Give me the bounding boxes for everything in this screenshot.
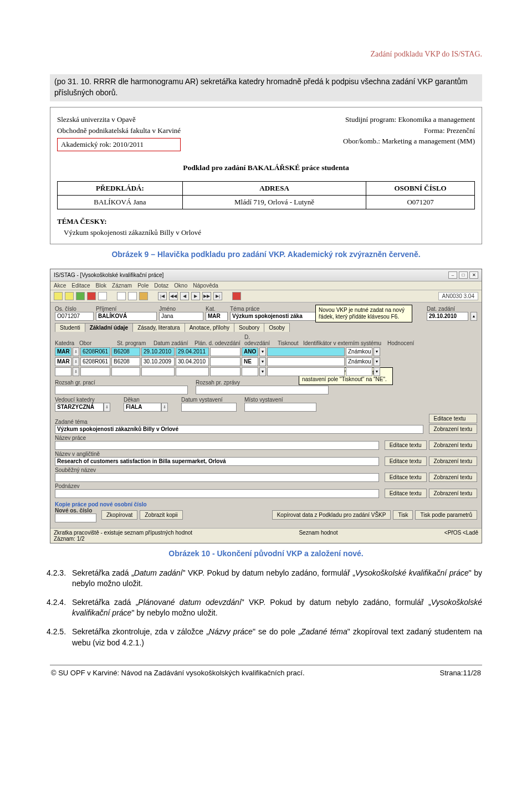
dd-icon[interactable]: ⇩	[161, 403, 168, 412]
btn-zobrazeni[interactable]: Zobrazení textu	[429, 489, 477, 498]
cell-tisk[interactable]: ANO	[242, 347, 258, 356]
btn-tisk[interactable]: Tisk	[393, 510, 413, 520]
row-nav-icon[interactable]: ▲	[470, 312, 477, 321]
btn-editace[interactable]: Editace textu	[385, 440, 427, 450]
fld-datzad[interactable]: 29.10.2010	[427, 312, 468, 321]
cell-dz[interactable]: 30.10.2009	[141, 357, 175, 366]
cell-do[interactable]	[210, 347, 241, 356]
fld-sn[interactable]	[55, 473, 379, 482]
menu-pole[interactable]: Pole	[137, 283, 149, 289]
tab-anotace[interactable]: Anotace, přílohy	[185, 323, 234, 332]
cell-empty[interactable]	[242, 367, 258, 376]
dd-icon[interactable]: ▼	[374, 347, 380, 356]
btn-editace[interactable]: Editace textu	[385, 489, 427, 498]
dd-icon[interactable]: ⇩	[104, 403, 110, 412]
nav-last-icon[interactable]: ▶|	[213, 292, 222, 300]
btn-editace[interactable]: Editace textu	[429, 414, 477, 423]
fld-kat[interactable]: MAR	[206, 312, 228, 321]
menu-akce[interactable]: Akce	[54, 283, 66, 289]
cell-empty[interactable]	[267, 367, 345, 376]
toolbar-icon[interactable]	[54, 292, 63, 300]
btn-kopirovat-podklad[interactable]: Kopírovat data z Podkladu pro zadání VŠK…	[272, 510, 391, 520]
btn-zobrazeni[interactable]: Zobrazení textu	[429, 456, 477, 466]
cell-obor[interactable]: 6208R061	[80, 347, 110, 356]
menu-dotaz[interactable]: Dotaz	[154, 283, 168, 289]
cell-hodn[interactable]: Známkou	[346, 347, 372, 356]
fld-rozsah-gr[interactable]	[55, 386, 188, 394]
cell-tisk[interactable]: NE	[242, 357, 258, 366]
dd-icon[interactable]: ⇩	[73, 367, 79, 376]
titlebar[interactable]: IS/STAG - [Vysokoškolské kvalifikační pr…	[50, 269, 482, 281]
toolbar-stop-icon[interactable]	[232, 292, 241, 300]
nav-first-icon[interactable]: |◀	[158, 292, 167, 300]
close-icon[interactable]: ✕	[469, 271, 478, 279]
cell-prog[interactable]: B6208	[111, 347, 140, 356]
cell-kat[interactable]: MAR	[55, 357, 71, 366]
dd-icon[interactable]: ▼	[259, 347, 266, 356]
dd-icon[interactable]: ⇩	[73, 347, 79, 356]
cell-empty[interactable]	[141, 367, 175, 376]
cell-pdo[interactable]: 29.04.2011	[176, 347, 209, 356]
cell-dz[interactable]: 29.10.2010	[141, 347, 175, 356]
menubar[interactable]: Akce Editace Blok Záznam Pole Dotaz Okno…	[50, 281, 482, 290]
minimize-icon[interactable]: –	[448, 271, 457, 279]
btn-zobrazeni[interactable]: Zobrazení textu	[429, 440, 477, 450]
menu-editace[interactable]: Editace	[71, 283, 90, 289]
fld-nove-os[interactable]	[55, 514, 96, 522]
cell-empty[interactable]	[55, 367, 71, 376]
tab-osoby[interactable]: Osoby	[264, 323, 290, 332]
toolbar-icon[interactable]	[128, 292, 137, 300]
cell-empty[interactable]	[80, 367, 110, 376]
nav-next-icon[interactable]: ▶▶	[202, 292, 211, 300]
fld-np[interactable]	[55, 441, 379, 450]
cell-empty[interactable]	[210, 367, 241, 376]
dd-icon[interactable]: ▼	[259, 357, 266, 366]
toolbar-icon[interactable]	[98, 292, 107, 300]
toolbar-icon[interactable]	[65, 292, 74, 300]
nav-back-icon[interactable]: ◀	[180, 292, 189, 300]
fld-na[interactable]: Research of customers satisfaction in Bi…	[55, 457, 379, 466]
toolbar-del-icon[interactable]	[87, 292, 96, 300]
tab-soubory[interactable]: Soubory	[234, 323, 264, 332]
fld-oscislo[interactable]: O071207	[55, 312, 94, 321]
cell-kat[interactable]: MAR	[55, 347, 71, 356]
fld-prijmeni[interactable]: BALÍKOVÁ	[96, 312, 157, 321]
btn-zobrazit-kopii[interactable]: Zobrazit kopii	[140, 510, 182, 520]
menu-blok[interactable]: Blok	[96, 283, 106, 289]
toolbar-add-icon[interactable]	[76, 292, 85, 300]
cell-ident[interactable]	[267, 357, 345, 366]
fld-jmeno[interactable]: Jana	[159, 312, 203, 321]
btn-zkopirovat[interactable]: Zkopírovat	[101, 510, 137, 520]
menu-napoveda[interactable]: Nápověda	[193, 283, 218, 289]
fld-rozsah-zp[interactable]	[196, 386, 329, 394]
fld-tema[interactable]: Výzkum spokojenosti záka	[230, 312, 324, 321]
nav-fwd-icon[interactable]: ▶	[191, 292, 200, 300]
btn-editace[interactable]: Editace textu	[385, 473, 427, 482]
cell-obor[interactable]: 6208R061	[80, 357, 110, 366]
btn-tisk-param[interactable]: Tisk podle parametrů	[415, 510, 477, 520]
cell-prog[interactable]: B6208	[111, 357, 140, 366]
fld-vk[interactable]: STARZYCZNÁ	[55, 403, 104, 412]
cell-do[interactable]	[210, 357, 241, 366]
menu-okno[interactable]: Okno	[174, 283, 187, 289]
toolbar-icon[interactable]	[117, 292, 126, 300]
dd-icon[interactable]: ▼	[374, 357, 380, 366]
dd-icon[interactable]: ▼	[259, 367, 266, 376]
toolbar-help-icon[interactable]	[139, 292, 148, 300]
nav-prev-icon[interactable]: ◀◀	[169, 292, 178, 300]
tab-zakladni[interactable]: Základní údaje	[85, 323, 133, 332]
cell-pdo[interactable]: 30.04.2010	[176, 357, 209, 366]
cell-empty[interactable]	[176, 367, 209, 376]
tab-zasady[interactable]: Zásady, literatura	[132, 323, 185, 332]
fld-mv[interactable]	[244, 403, 316, 412]
cell-hodn[interactable]: Známkou	[346, 357, 372, 366]
fld-zt[interactable]: Výzkum spokojenosti zákazníků Billy v Or…	[55, 425, 423, 434]
cell-ident[interactable]	[267, 347, 345, 356]
fld-pn[interactable]	[55, 489, 379, 498]
dd-icon[interactable]: ▼	[374, 367, 380, 376]
menu-zaznam[interactable]: Záznam	[112, 283, 132, 289]
cell-empty[interactable]	[346, 367, 372, 376]
dd-icon[interactable]: ⇩	[73, 357, 79, 366]
fld-dv[interactable]	[181, 403, 237, 412]
btn-editace[interactable]: Editace textu	[385, 456, 427, 466]
